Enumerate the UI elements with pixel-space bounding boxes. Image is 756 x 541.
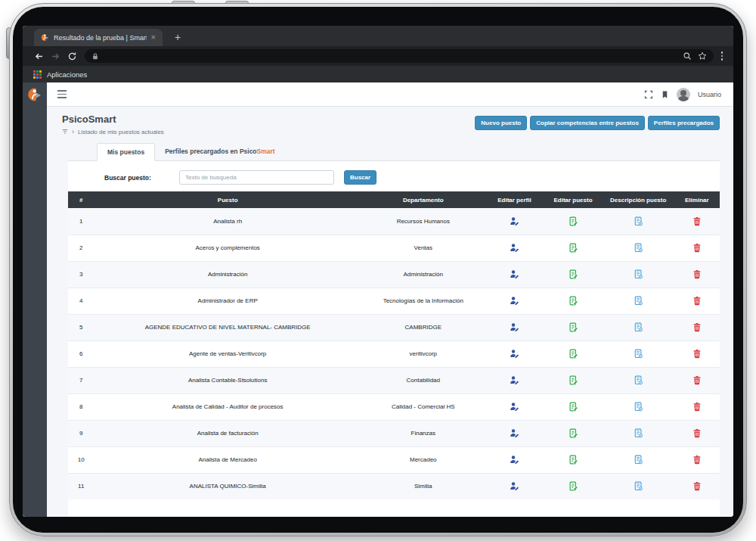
- edit-profile-user-icon[interactable]: [510, 243, 519, 253]
- eliminar-cell: [674, 473, 720, 499]
- menu-toggle-icon[interactable]: [57, 90, 67, 98]
- address-bar[interactable]: [85, 49, 714, 63]
- edit-profile-user-icon[interactable]: [510, 322, 519, 332]
- breadcrumb: › Listado de mis puestos actuales: [62, 128, 164, 135]
- delete-trash-icon[interactable]: [692, 216, 702, 226]
- apps-grid-icon[interactable]: [33, 70, 42, 79]
- descripcion-puesto-cell: [603, 393, 674, 420]
- search-input[interactable]: [179, 170, 334, 185]
- eliminar-cell: [674, 288, 720, 314]
- perfiles-precargados-button[interactable]: Perfiles precargados: [648, 116, 720, 130]
- edit-position-icon[interactable]: [569, 481, 578, 491]
- position-description-icon[interactable]: [634, 428, 643, 438]
- forward-icon[interactable]: [47, 51, 64, 61]
- delete-trash-icon[interactable]: [692, 243, 702, 253]
- descripcion-puesto-cell: [603, 314, 674, 340]
- editar-puesto-cell: [544, 367, 603, 393]
- edit-position-icon[interactable]: [569, 216, 578, 226]
- position-description-icon[interactable]: [634, 243, 643, 253]
- user-avatar[interactable]: [677, 88, 690, 101]
- search-icon[interactable]: [683, 51, 692, 61]
- psicosmart-logo-icon[interactable]: [27, 87, 42, 102]
- departamento-cell: veritivcorp: [361, 340, 485, 367]
- position-description-icon[interactable]: [634, 402, 643, 412]
- edit-profile-user-icon[interactable]: [510, 481, 519, 491]
- app-window: Usuario PsicoSmart › Listado de mis pues…: [23, 82, 733, 517]
- edit-profile-user-icon[interactable]: [510, 269, 519, 279]
- fullscreen-icon[interactable]: [644, 90, 653, 99]
- descripcion-puesto-cell: [603, 420, 674, 446]
- position-description-icon[interactable]: [634, 375, 643, 385]
- position-description-icon[interactable]: [634, 455, 643, 465]
- table-row: 9 Analista de facturación Finanzas: [68, 420, 720, 446]
- edit-position-icon[interactable]: [569, 455, 578, 465]
- puesto-cell: AGENDE EDUCATIVO DE NIVEL MATERNAL- CAMB…: [94, 314, 361, 340]
- departamento-cell: Similia: [361, 473, 485, 499]
- position-description-icon[interactable]: [634, 349, 643, 359]
- buscar-button[interactable]: Buscar: [344, 170, 376, 185]
- descripcion-puesto-cell: [603, 473, 674, 499]
- bookmark-apps-label[interactable]: Aplicaciones: [47, 70, 87, 79]
- browser-toolbar: [23, 46, 733, 66]
- edit-profile-user-icon[interactable]: [510, 296, 519, 306]
- editar-perfil-cell: [485, 314, 544, 340]
- edit-profile-user-icon[interactable]: [510, 375, 519, 385]
- position-description-icon[interactable]: [634, 269, 643, 279]
- tab-mis-puestos[interactable]: Mis puestos: [97, 143, 155, 161]
- editar-puesto-cell: [544, 261, 603, 288]
- refresh-icon[interactable]: [64, 51, 80, 61]
- edit-profile-user-icon[interactable]: [510, 428, 519, 438]
- delete-trash-icon[interactable]: [692, 375, 702, 385]
- edit-position-icon[interactable]: [569, 428, 578, 438]
- back-icon[interactable]: [30, 51, 47, 61]
- browser-tab[interactable]: Resultado de la prueba | Smart ×: [34, 29, 163, 46]
- tab-close-icon[interactable]: ×: [151, 33, 156, 42]
- edit-position-icon[interactable]: [569, 375, 578, 385]
- tab-label-prefix: Perfiles precargados en: [165, 148, 240, 155]
- editar-puesto-cell: [544, 446, 603, 473]
- edit-profile-user-icon[interactable]: [510, 402, 519, 412]
- new-tab-button[interactable]: +: [175, 32, 181, 42]
- delete-trash-icon[interactable]: [692, 296, 702, 306]
- edit-profile-user-icon[interactable]: [510, 455, 519, 465]
- edit-position-icon[interactable]: [569, 243, 578, 253]
- browser-menu-icon[interactable]: [720, 50, 725, 62]
- delete-trash-icon[interactable]: [692, 269, 702, 279]
- copiar-competencias-button[interactable]: Copiar competencias entre puestos: [530, 116, 645, 130]
- edit-position-icon[interactable]: [569, 349, 578, 359]
- delete-trash-icon[interactable]: [692, 428, 702, 438]
- editar-puesto-cell: [544, 288, 603, 314]
- edit-position-icon[interactable]: [569, 296, 578, 306]
- edit-profile-user-icon[interactable]: [510, 349, 519, 359]
- delete-trash-icon[interactable]: [692, 481, 702, 491]
- position-description-icon[interactable]: [634, 216, 643, 226]
- table-row: 5 AGENDE EDUCATIVO DE NIVEL MATERNAL- CA…: [68, 314, 720, 340]
- position-description-icon[interactable]: [634, 481, 643, 491]
- brand-psico: Psico: [240, 148, 257, 155]
- bookmark-icon[interactable]: [661, 90, 669, 99]
- nuevo-puesto-button[interactable]: Nuevo puesto: [475, 116, 527, 130]
- delete-trash-icon[interactable]: [692, 455, 702, 465]
- position-description-icon[interactable]: [634, 322, 643, 332]
- departamento-cell: Administración: [361, 261, 485, 288]
- col-num: #: [68, 191, 94, 208]
- descripcion-puesto-cell: [603, 446, 674, 473]
- eliminar-cell: [674, 446, 720, 473]
- row-number: 7: [68, 367, 94, 393]
- edit-position-icon[interactable]: [569, 322, 578, 332]
- delete-trash-icon[interactable]: [692, 402, 702, 412]
- row-number: 1: [68, 208, 94, 235]
- delete-trash-icon[interactable]: [692, 322, 702, 332]
- position-description-icon[interactable]: [634, 296, 643, 306]
- col-eliminar: Eliminar: [674, 191, 720, 208]
- bookmark-star-icon[interactable]: [698, 51, 707, 61]
- page-title: PsicoSmart: [62, 113, 164, 125]
- edit-position-icon[interactable]: [569, 269, 578, 279]
- browser-tabstrip: Resultado de la prueba | Smart × +: [23, 26, 733, 46]
- delete-trash-icon[interactable]: [692, 349, 702, 359]
- edit-position-icon[interactable]: [569, 402, 578, 412]
- user-name-label[interactable]: Usuario: [698, 91, 721, 98]
- departamento-cell: Ventas: [361, 235, 485, 261]
- edit-profile-user-icon[interactable]: [510, 216, 519, 226]
- tab-perfiles-precargados[interactable]: Perfiles precargados en PsicoSmart: [155, 143, 285, 160]
